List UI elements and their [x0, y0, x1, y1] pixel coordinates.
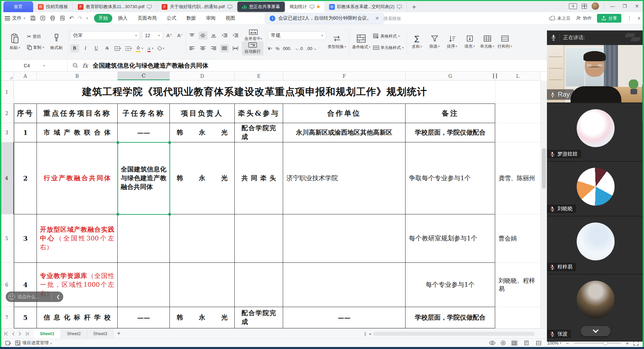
cell-C4[interactable]: 全国建筑信息化与绿色建造产教融合共同体: [118, 142, 170, 214]
file-menu[interactable]: 文件 ▾: [5, 15, 25, 21]
recalc-icon[interactable]: [500, 340, 506, 346]
browser-tab-5[interactable]: W职教体系改革建...交时间表(2): [324, 1, 407, 12]
undo-icon[interactable]: ↶: [69, 15, 74, 21]
collapse-ribbon-icon[interactable]: ∧: [637, 16, 641, 21]
pane-split-handle[interactable]: ∥◂: [364, 331, 371, 336]
hidden-columns-marker[interactable]: [493, 73, 497, 78]
collapse-panel-button[interactable]: [581, 326, 611, 336]
formula-input[interactable]: 全国建筑信息化与绿色建造产教融合共同体: [93, 62, 208, 70]
participant-tile-4[interactable]: 程梓易: [547, 216, 644, 275]
increase-font-icon[interactable]: A⁺: [165, 31, 174, 40]
vertical-scrollbar-thumb[interactable]: [542, 148, 546, 189]
account-avatar[interactable]: [592, 2, 599, 10]
search-template-label[interactable]: 搜索模板: [384, 16, 401, 22]
format-painter-button[interactable]: 格式刷: [48, 27, 65, 56]
cloud-status[interactable]: 未上云: [549, 15, 570, 21]
align-middle-icon[interactable]: [199, 31, 207, 40]
row-header-2[interactable]: 2: [0, 103, 14, 123]
align-top-icon[interactable]: [188, 31, 197, 40]
participant-tile-3[interactable]: 刘晓晓: [547, 162, 644, 216]
cell-G7[interactable]: 学校层面，学院仅做配合: [406, 307, 495, 328]
name-box[interactable]: C4 ▾: [1, 60, 68, 71]
menu-tab-1[interactable]: 插入: [114, 14, 132, 23]
first-sheet-icon[interactable]: [4, 332, 8, 336]
sheet-tab-Sheet2[interactable]: Sheet2: [61, 329, 87, 339]
cell-L2[interactable]: [495, 103, 540, 123]
prev-sheet-icon[interactable]: [12, 332, 15, 336]
cut-button[interactable]: ✂剪切: [26, 32, 46, 41]
menu-tab-3[interactable]: 公式: [162, 14, 181, 23]
next-sheet-icon[interactable]: [18, 332, 21, 336]
vertical-scrollbar[interactable]: [540, 80, 547, 328]
new-tab-button[interactable]: +: [409, 2, 419, 12]
page-break-view-icon[interactable]: [535, 340, 543, 346]
font-size-select[interactable]: 12▾: [142, 31, 163, 40]
add-sheet-button[interactable]: +: [117, 330, 121, 337]
menu-tab-2[interactable]: 页面布局: [133, 14, 161, 23]
cell-F3[interactable]: 永川高新区或渝西地区其他高新区: [283, 123, 406, 142]
percent-icon[interactable]: %: [276, 46, 280, 51]
cell-B7[interactable]: 信息化标杆学校: [37, 307, 118, 328]
menu-tab-6[interactable]: 视图: [221, 14, 239, 23]
cell-L4[interactable]: 龚雪、陈丽州: [495, 142, 540, 214]
cell-E5[interactable]: [235, 214, 283, 263]
column-header-C[interactable]: C: [118, 72, 170, 80]
justify-icon[interactable]: [220, 44, 229, 52]
column-header-B[interactable]: B: [37, 72, 118, 80]
fill-color-button[interactable]: ▾: [135, 44, 144, 52]
collapse-chat-icon[interactable]: ❮: [54, 294, 62, 299]
cell-D2[interactable]: 项目负责人: [170, 103, 235, 123]
cells-button[interactable]: 单元格▾: [479, 27, 496, 56]
cell-mode-icon[interactable]: [5, 341, 11, 346]
column-header-D[interactable]: D: [170, 72, 235, 80]
menu-tab-0[interactable]: 开始: [94, 14, 112, 23]
meeting-scrollbar-thumb[interactable]: [642, 85, 644, 122]
cell-E3[interactable]: 配合学院完成: [235, 123, 283, 142]
cell-C5[interactable]: [118, 214, 170, 263]
row-header-3[interactable]: 3: [0, 123, 14, 142]
cell-F2[interactable]: 合作单位: [283, 103, 406, 123]
wrap-text-button[interactable]: 自动换行: [242, 41, 263, 55]
conditional-format-button[interactable]: 条件格式▾: [351, 27, 372, 56]
more-options-icon[interactable]: ⋮: [627, 15, 632, 21]
menu-tab-5[interactable]: 审阅: [202, 14, 220, 23]
sum-button[interactable]: ∑求和▾: [408, 27, 426, 56]
cell-F4[interactable]: 济宁职业技术学院: [283, 142, 406, 214]
fx-icon[interactable]: fx: [83, 62, 88, 69]
align-center-icon[interactable]: [199, 44, 207, 52]
share-button[interactable]: 分享: [597, 14, 621, 23]
increase-decimal-icon[interactable]: ←.0: [295, 46, 303, 51]
close-button[interactable]: ✕: [633, 3, 641, 9]
cell-L1[interactable]: [495, 80, 540, 103]
column-header-A[interactable]: A: [14, 72, 37, 80]
cell-A7[interactable]: 5: [14, 307, 37, 328]
emoji-icon[interactable]: [8, 294, 15, 300]
apps-grid-icon[interactable]: [582, 4, 587, 9]
cell-B4[interactable]: 行业产教融合共同体: [37, 142, 118, 214]
collaborate-button[interactable]: 协作: [576, 15, 592, 21]
cell-style-button[interactable]: 单元格样式▾: [372, 43, 405, 52]
italic-button[interactable]: I: [81, 44, 90, 52]
bold-button[interactable]: B: [70, 44, 79, 52]
column-header-F[interactable]: F: [283, 72, 406, 80]
cell-D7[interactable]: 韩永光: [170, 307, 235, 328]
row-header-5[interactable]: 5: [0, 214, 14, 263]
browser-tab-4[interactable]: 规划统计: [285, 1, 324, 12]
thousands-icon[interactable]: 000,: [283, 46, 291, 51]
align-left-icon[interactable]: [188, 44, 197, 52]
cell-E7[interactable]: 配合学院完成: [235, 307, 283, 328]
zoom-formula-icon[interactable]: [72, 63, 78, 69]
cell-G5[interactable]: 每个教研室规划参与1个: [406, 214, 495, 263]
cell-L5[interactable]: 曹会娟: [495, 214, 540, 263]
merge-center-button[interactable]: 合并居中▾: [242, 28, 265, 43]
chat-input-placeholder[interactable]: 说点什么...: [18, 294, 49, 300]
cell-G6[interactable]: 每个专业参与1个: [406, 263, 495, 307]
decrease-font-icon[interactable]: A⁻: [176, 31, 185, 40]
row-header-1[interactable]: 1: [0, 80, 14, 103]
align-right-icon[interactable]: [209, 44, 218, 52]
cell-L6[interactable]: 刘晓晓、程梓易: [495, 263, 540, 307]
column-header-G[interactable]: G: [406, 72, 495, 80]
strikethrough-button[interactable]: A: [103, 44, 112, 52]
cell-F5[interactable]: [283, 214, 406, 263]
meeting-chat-pill[interactable]: 说点什么... ❮: [6, 292, 63, 302]
